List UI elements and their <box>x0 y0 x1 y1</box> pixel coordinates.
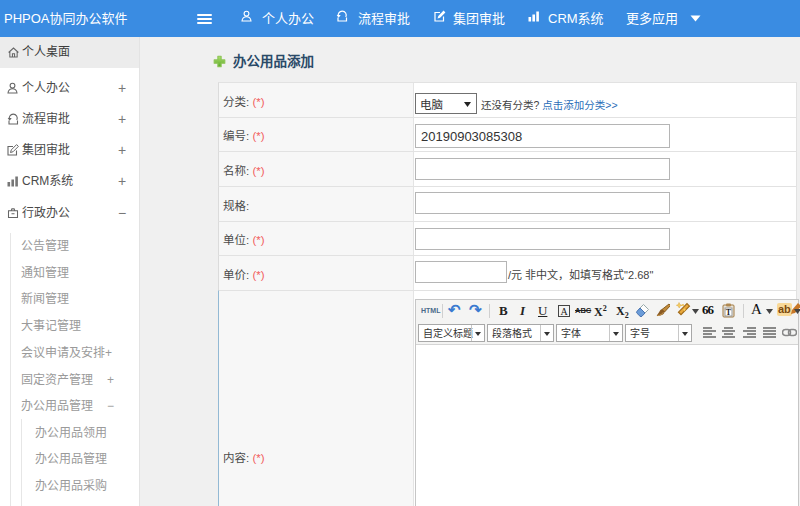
svg-text:T: T <box>726 308 732 317</box>
